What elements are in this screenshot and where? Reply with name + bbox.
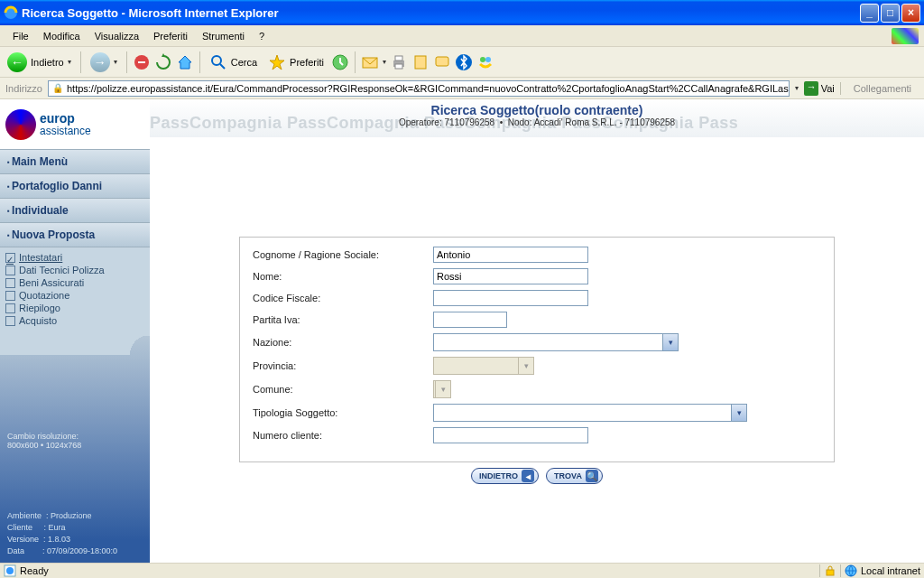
chevron-down-icon[interactable]: ▾ (795, 84, 799, 92)
nodo-label: Nodo: (508, 117, 532, 127)
toolbar-separator (199, 51, 200, 73)
sidebar-item-label: Riepilogo (19, 303, 60, 313)
ie-page-icon (4, 564, 16, 577)
window-titlebar: Ricerca Soggetto - Microsoft Internet Ex… (0, 0, 924, 25)
trova-label: TROVA (554, 471, 582, 480)
svg-rect-17 (827, 570, 834, 575)
go-button[interactable]: Vai (804, 81, 835, 96)
bluetooth-icon[interactable] (455, 53, 473, 71)
sidebar-item-label: Intestatari (19, 252, 62, 263)
checkbox-icon (5, 303, 15, 313)
cognome-input[interactable] (433, 247, 588, 263)
sidebar: europ assistance Main Menù Portafoglio D… (0, 99, 150, 563)
triangle-left-icon: ◂ (522, 470, 534, 482)
env-ambiente: Produzione (51, 511, 92, 520)
chevron-down-icon: ▾ (662, 334, 678, 350)
windows-logo-icon (892, 28, 919, 44)
res-label: Cambio risoluzione: (7, 432, 81, 441)
sidebar-item-riepilogo[interactable]: Riepilogo (5, 302, 144, 314)
lock-icon (824, 564, 836, 577)
forward-button[interactable]: → ▾ (87, 50, 121, 75)
window-close-button[interactable]: × (901, 4, 920, 23)
resolution-switch[interactable]: Cambio risoluzione: 800x600 • 1024x768 (7, 432, 81, 450)
refresh-icon[interactable] (154, 53, 172, 71)
sidebar-item-label: Dati Tecnici Polizza (19, 265, 105, 275)
mail-icon[interactable] (361, 53, 379, 71)
menu-preferiti[interactable]: Preferiti (146, 28, 195, 44)
discuss-icon[interactable] (433, 53, 451, 71)
nazione-select[interactable]: ▾ (433, 333, 679, 351)
indietro-button[interactable]: INDIETRO ◂ (471, 468, 539, 484)
svg-rect-2 (138, 61, 145, 63)
stop-icon[interactable] (133, 53, 151, 71)
menubar: File Modifica Visualizza Preferiti Strum… (0, 25, 924, 47)
zone-text: Local intranet (861, 565, 920, 576)
back-button[interactable]: ← Indietro ▾ (4, 50, 75, 75)
sidebar-nuova-proposta[interactable]: Nuova Proposta (0, 223, 150, 247)
menu-visualizza[interactable]: Visualizza (88, 28, 146, 44)
star-icon (268, 53, 286, 71)
svg-point-13 (480, 57, 485, 62)
partita-iva-input[interactable] (433, 312, 507, 328)
toolbar-separator (80, 51, 81, 73)
cognome-label: Cognome / Ragione Sociale: (253, 249, 433, 260)
menu-file[interactable]: File (5, 28, 36, 44)
edit-icon[interactable] (411, 53, 430, 71)
sidebar-item-acquisto[interactable]: Acquisto (5, 314, 144, 327)
chevron-down-icon: ▾ (114, 58, 117, 66)
env-cliente: Eura (49, 523, 66, 532)
page-title: Ricerca Soggetto(ruolo contraente) (150, 99, 924, 117)
forward-arrow-icon: → (90, 52, 110, 72)
history-icon[interactable] (331, 53, 349, 71)
favorites-button[interactable]: Preferiti (264, 51, 328, 74)
svg-rect-11 (436, 57, 448, 66)
codice-fiscale-input[interactable] (433, 290, 588, 306)
sidebar-item-quotazione[interactable]: Quotazione (5, 289, 144, 302)
env-info: Ambiente : Produzione Cliente : Eura Ver… (7, 510, 117, 557)
logo-line1: europ (40, 112, 91, 125)
env-data-label: Data (7, 546, 24, 555)
messenger-icon[interactable] (476, 53, 494, 71)
menu-strumenti[interactable]: Strumenti (195, 28, 252, 44)
chevron-down-icon: ▾ (68, 58, 71, 66)
svg-point-14 (485, 57, 491, 62)
logo-line2: assistance (40, 125, 91, 137)
window-title: Ricerca Soggetto - Microsoft Internet Ex… (22, 6, 860, 20)
sidebar-main-menu[interactable]: Main Menù (0, 150, 150, 174)
checkbox-icon (5, 278, 15, 288)
menu-modifica[interactable]: Modifica (36, 28, 88, 44)
sidebar-item-dati-tecnici[interactable]: Dati Tecnici Polizza (5, 264, 144, 276)
operatore-value: 7110796258 (444, 117, 494, 127)
sidebar-portafoglio-danni[interactable]: Portafoglio Danni (0, 174, 150, 199)
sidebar-item-beni-assicurati[interactable]: Beni Assicurati (5, 276, 144, 289)
tipologia-select[interactable]: ▾ (433, 404, 747, 422)
search-button[interactable]: Cerca (206, 51, 261, 74)
comune-label: Comune: (253, 384, 433, 395)
links-label[interactable]: Collegamenti (846, 83, 919, 94)
logo: europ assistance (0, 99, 150, 150)
checkbox-icon (5, 266, 15, 275)
logo-swirl-icon (5, 109, 36, 140)
window-minimize-button[interactable]: _ (860, 4, 879, 23)
window-maximize-button[interactable]: □ (881, 4, 900, 23)
back-arrow-icon: ← (7, 52, 27, 72)
toolbar: ← Indietro ▾ → ▾ Cerca Preferiti ▾ (0, 47, 924, 78)
sidebar-item-intestatari[interactable]: Intestatari (5, 251, 144, 264)
svg-rect-8 (395, 56, 402, 61)
go-arrow-icon (804, 81, 818, 96)
menu-help[interactable]: ? (252, 28, 272, 44)
chevron-down-icon: ▾ (731, 405, 746, 421)
favorites-label: Preferiti (290, 57, 324, 68)
lock-icon: 🔒 (52, 83, 63, 93)
svg-rect-10 (415, 56, 426, 69)
address-input[interactable]: 🔒 https://polizze.europassistance.it/Eur… (48, 80, 790, 97)
comune-select: ▾ (433, 380, 451, 398)
sidebar-individuale[interactable]: Individuale (0, 199, 150, 223)
home-icon[interactable] (176, 53, 194, 71)
numero-cliente-input[interactable] (433, 427, 588, 443)
provincia-select: ▾ (433, 357, 534, 375)
trova-button[interactable]: TROVA 🔍 (546, 468, 603, 484)
print-icon[interactable] (390, 53, 408, 71)
checkbox-icon (5, 253, 15, 263)
nome-input[interactable] (433, 268, 588, 284)
